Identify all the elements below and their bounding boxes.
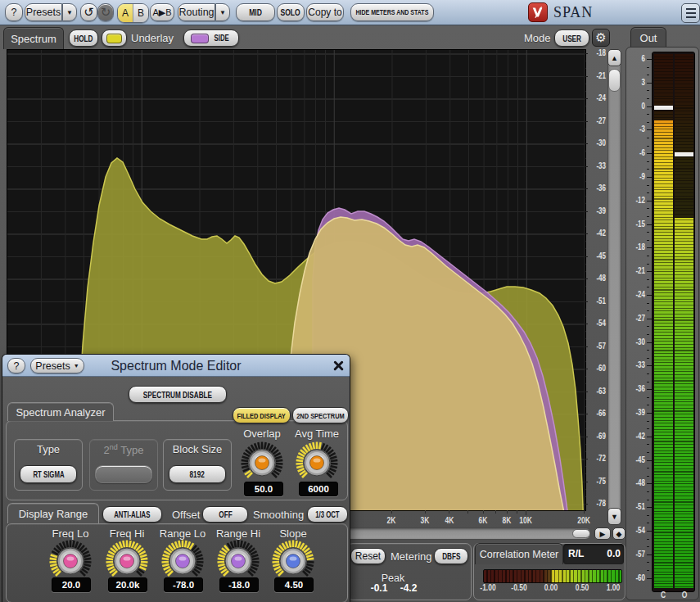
corr-tick-label: -0.50 <box>507 583 532 592</box>
hide-meters-button[interactable]: HIDE METERS AND STATS <box>350 3 434 21</box>
correlation-pair-label: R/L <box>568 548 591 559</box>
db-tick <box>585 143 588 144</box>
out-tick <box>647 146 649 147</box>
out-tick <box>647 421 649 422</box>
out-scale-label: -6 <box>628 148 645 157</box>
routing-button[interactable]: Routing <box>178 3 215 21</box>
range-lo-knob[interactable] <box>159 540 206 581</box>
type-select-button[interactable]: RT SIGMA <box>20 465 77 483</box>
hscroll-thumb[interactable] <box>572 529 590 538</box>
out-tick <box>647 185 649 186</box>
range-hi-knob[interactable] <box>215 540 262 581</box>
out-scale-label: -33 <box>628 360 645 369</box>
a-to-b-button[interactable]: A▶B <box>150 3 174 21</box>
tab-spectrum[interactable]: Spectrum <box>3 27 64 49</box>
db-tick <box>585 278 588 279</box>
freq-tick <box>584 510 585 514</box>
help-button[interactable]: ? <box>5 3 23 21</box>
undo-button[interactable]: ↺ <box>80 3 97 21</box>
db-tick <box>585 98 588 99</box>
db-tick <box>585 421 586 422</box>
db-scale-label: -48 <box>590 274 606 283</box>
ab-switch-b[interactable]: B <box>133 4 148 22</box>
smoothing-label: Smoothing <box>253 509 304 521</box>
freq-lo-knob[interactable] <box>47 540 94 581</box>
db-tick <box>585 324 588 324</box>
out-scale-label: -9 <box>628 172 645 181</box>
peak-value-left: -0.1 <box>365 582 393 594</box>
tab-out[interactable]: Out <box>630 27 666 48</box>
db-tick <box>585 61 586 61</box>
db-scale-label: -69 <box>590 432 606 441</box>
out-tick <box>647 122 649 123</box>
presets-dropdown-button[interactable]: ▼ <box>62 3 77 21</box>
out-meter-scale: 630-3-6-9-12-15-18-21-24-27-30-33-36-39-… <box>624 47 652 600</box>
redo-button[interactable]: ↻ <box>97 3 114 21</box>
spectrum-vscrollbar[interactable] <box>607 49 621 525</box>
out-tick <box>647 491 649 492</box>
copy-to-button[interactable]: Copy to <box>306 3 344 21</box>
freq-hi-knob[interactable] <box>103 540 151 581</box>
metering-mode-button[interactable]: DBFS <box>434 548 468 564</box>
out-tick <box>647 428 649 429</box>
routing-dropdown-button[interactable]: ▼ <box>215 3 230 21</box>
avg-time-label: Avg Time <box>291 428 342 440</box>
slope-knob[interactable] <box>269 540 317 581</box>
out-tick <box>647 114 649 115</box>
ab-switch-a[interactable]: A <box>118 4 133 22</box>
freq-tick <box>526 510 526 515</box>
hold-button[interactable]: HOLD <box>69 29 98 47</box>
spectrum-disable-button[interactable]: SPECTRUM DISABLE <box>129 386 227 403</box>
undo-icon: ↺ <box>84 5 94 20</box>
scroll-right-button[interactable]: ▶ <box>594 527 611 540</box>
vscroll-thumb[interactable] <box>608 69 621 92</box>
block-size-button[interactable]: 8192 <box>169 465 226 483</box>
presets-button[interactable]: Presets <box>25 3 62 21</box>
out-meter-bar-left <box>654 54 673 588</box>
scroll-up-button[interactable]: ▲ <box>607 49 621 66</box>
reset-button[interactable]: Reset <box>350 548 386 564</box>
anti-alias-button[interactable]: ANTI-ALIAS <box>102 506 162 523</box>
out-tick <box>647 264 649 265</box>
db-tick <box>585 211 588 212</box>
offset-button[interactable]: OFF <box>202 506 248 523</box>
avg-time-knob[interactable] <box>293 441 341 482</box>
filled-display-button[interactable]: FILLED DISPLAY <box>233 407 291 423</box>
smoothing-button[interactable]: 1/3 OCT <box>307 506 348 523</box>
db-tick <box>585 121 588 122</box>
chevron-down-icon: ▼ <box>66 9 73 16</box>
tab-correlation-meter[interactable]: Correlation Meter <box>475 543 563 564</box>
db-tick <box>585 316 586 317</box>
dialog-close-button[interactable] <box>330 357 347 374</box>
mode-select-button[interactable]: USER <box>554 29 589 47</box>
mid-button[interactable]: MID <box>236 3 275 21</box>
scroll-down-button[interactable]: ▼ <box>607 508 621 525</box>
second-spectrum-button[interactable]: 2ND SPECTRUM <box>292 407 349 423</box>
mode-settings-button[interactable]: ⚙ <box>592 29 610 47</box>
plugin-title: SPAN <box>553 4 593 21</box>
peak-value-right: -4.2 <box>395 582 422 594</box>
spectrum-color-button[interactable] <box>102 29 127 47</box>
out-tick <box>647 303 649 304</box>
underlay-side-button[interactable]: SIDE <box>183 29 239 47</box>
menu-button[interactable] <box>681 3 700 23</box>
block-size-label: Block Size <box>164 443 231 455</box>
ab-switch: A B <box>117 3 149 23</box>
out-tick <box>647 444 649 445</box>
overlap-knob[interactable] <box>238 441 286 482</box>
out-tick <box>647 240 649 241</box>
out-scale-label: -42 <box>628 432 645 441</box>
db-tick <box>585 354 586 355</box>
arrow-right-icon: ▶ <box>600 530 606 538</box>
dialog-titlebar[interactable]: ? Presets▼ Spectrum Mode Editor <box>2 355 350 377</box>
db-scale-label: -39 <box>590 206 606 215</box>
out-tick <box>647 350 649 351</box>
out-tick <box>647 287 649 287</box>
freq-lo-value: 20.0 <box>52 577 91 592</box>
out-scale-label: 6 <box>628 54 645 63</box>
overlap-value: 50.0 <box>244 482 283 496</box>
metering-label: Metering <box>391 550 432 563</box>
solo-button[interactable]: SOLO <box>277 3 305 21</box>
corr-tick-label: 0.50 <box>570 583 595 592</box>
freq-tick <box>517 510 517 514</box>
